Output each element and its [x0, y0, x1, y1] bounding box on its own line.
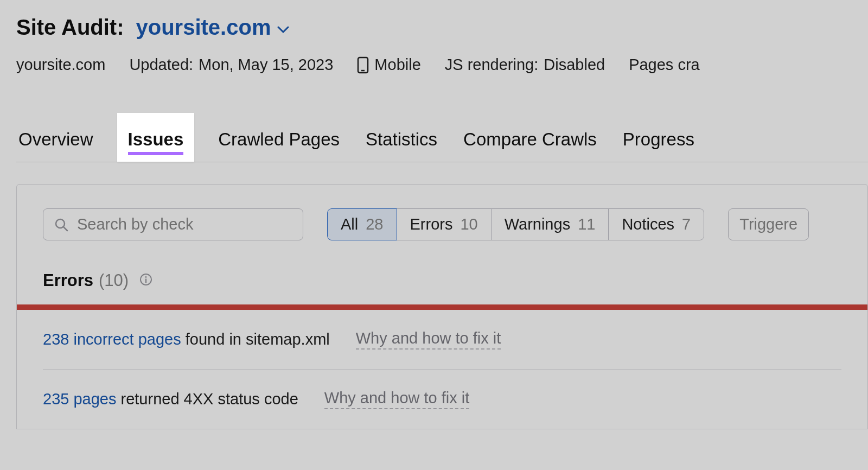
issue-row: 238 incorrect pages found in sitemap.xml…	[43, 310, 841, 370]
filter-triggered[interactable]: Triggere	[728, 208, 809, 240]
filter-warnings[interactable]: Warnings 11	[492, 208, 609, 240]
issue-link[interactable]: 235 pages	[43, 390, 116, 408]
tab-progress[interactable]: Progress	[621, 129, 697, 162]
tab-crawled-pages[interactable]: Crawled Pages	[216, 129, 342, 162]
meta-row: yoursite.com Updated: Mon, May 15, 2023 …	[16, 56, 868, 74]
active-tab-underline	[128, 152, 184, 155]
page-title-label: Site Audit:	[16, 15, 124, 40]
meta-device: Mobile	[357, 56, 420, 74]
filter-all[interactable]: All 28	[327, 208, 397, 240]
svg-rect-6	[145, 279, 146, 283]
site-selector[interactable]: yoursite.com	[136, 15, 290, 40]
tab-overview[interactable]: Overview	[16, 129, 95, 162]
filter-row: Search by check All 28 Errors 10 Warning…	[43, 208, 841, 240]
site-selector-domain: yoursite.com	[136, 15, 271, 40]
meta-site: yoursite.com	[16, 56, 105, 74]
issue-row: 235 pages returned 4XX status code Why a…	[43, 370, 841, 429]
filter-notices[interactable]: Notices 7	[609, 208, 704, 240]
meta-pages-crawled: Pages cra	[629, 56, 700, 74]
info-icon[interactable]	[139, 273, 152, 286]
fix-link[interactable]: Why and how to fix it	[324, 389, 470, 409]
mobile-icon	[357, 56, 369, 74]
search-placeholder: Search by check	[77, 215, 193, 233]
page-title-row: Site Audit: yoursite.com	[16, 15, 868, 40]
filter-errors[interactable]: Errors 10	[397, 208, 492, 240]
issue-link[interactable]: 238 incorrect pages	[43, 331, 181, 348]
meta-updated: Updated: Mon, May 15, 2023	[129, 56, 333, 74]
issues-panel: Search by check All 28 Errors 10 Warning…	[16, 184, 868, 429]
search-input[interactable]: Search by check	[43, 208, 303, 240]
tabs-bar: Overview Issues Crawled Pages Statistics…	[16, 113, 868, 162]
chevron-down-icon	[277, 26, 289, 34]
errors-severity-bar	[17, 304, 867, 310]
svg-line-3	[63, 227, 67, 231]
severity-filter-group: All 28 Errors 10 Warnings 11 Notices 7	[327, 208, 704, 240]
svg-point-5	[145, 276, 147, 278]
fix-link[interactable]: Why and how to fix it	[356, 329, 501, 350]
tab-statistics[interactable]: Statistics	[363, 129, 439, 162]
tab-issues[interactable]: Issues	[117, 113, 195, 162]
tab-compare-crawls[interactable]: Compare Crawls	[461, 129, 599, 162]
errors-section-title: Errors (10)	[43, 271, 841, 290]
search-icon	[54, 218, 68, 232]
meta-js-rendering: JS rendering: Disabled	[445, 56, 605, 74]
